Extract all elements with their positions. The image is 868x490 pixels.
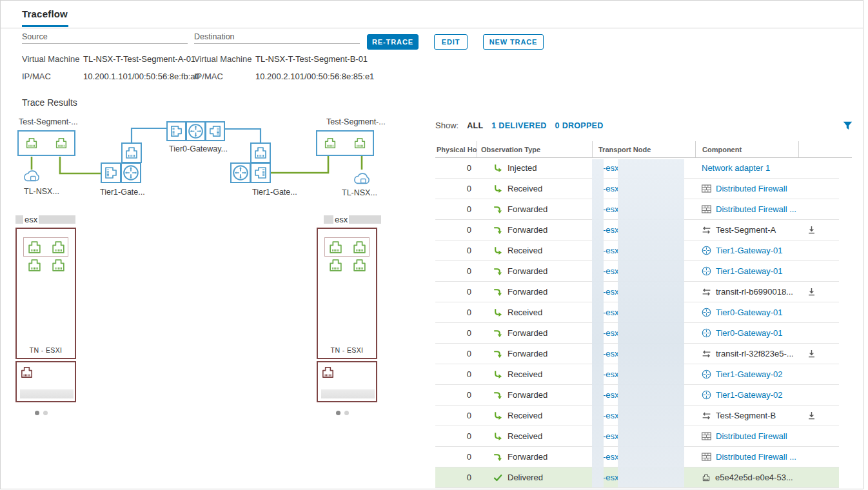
observation-type-label: Received bbox=[508, 308, 542, 317]
redacted-text bbox=[321, 389, 375, 398]
tier1-b-uplink-port-node[interactable] bbox=[250, 142, 271, 163]
host-a-carousel-dots bbox=[35, 411, 48, 415]
vm-a-cloud-icon[interactable] bbox=[22, 168, 41, 186]
host-b-sub-node[interactable] bbox=[317, 361, 377, 402]
observation-type-label: Forwarded bbox=[508, 328, 547, 338]
traceflow-panel: Traceflow Source Virtual Machine TL-NSX-… bbox=[0, 0, 863, 489]
component-link[interactable]: Distributed Firewall ... bbox=[716, 204, 796, 214]
download-icon[interactable] bbox=[807, 411, 816, 420]
port-icon bbox=[351, 257, 368, 273]
port-icon bbox=[19, 365, 34, 380]
tier1-a-port-node[interactable] bbox=[101, 162, 121, 183]
port-icon bbox=[353, 136, 367, 150]
component-link[interactable]: Tier0-Gateway-01 bbox=[716, 328, 783, 338]
hop-count: 0 bbox=[435, 452, 477, 462]
component-link[interactable]: Distributed Firewall bbox=[716, 431, 787, 441]
firewall-icon bbox=[702, 432, 711, 440]
edit-button[interactable]: EDIT bbox=[434, 34, 468, 50]
component-link[interactable]: Distributed Firewall ... bbox=[716, 452, 796, 462]
port-icon bbox=[351, 239, 368, 255]
gateway-icon bbox=[702, 369, 711, 379]
port-icon bbox=[323, 136, 337, 150]
vm-b-cloud-icon[interactable] bbox=[352, 171, 371, 189]
carousel-dot[interactable] bbox=[344, 411, 349, 415]
tier1-b-router-node[interactable] bbox=[230, 162, 251, 183]
component-cell: Distributed Firewall ... bbox=[695, 204, 798, 214]
component-link[interactable]: Network adapter 1 bbox=[702, 163, 770, 173]
component-link[interactable]: Tier1-Gateway-01 bbox=[716, 246, 783, 255]
redacted-text bbox=[324, 215, 333, 224]
hop-count: 0 bbox=[435, 390, 477, 400]
column-header-physical-hop-c[interactable]: Physical Hop C bbox=[435, 141, 477, 157]
re-trace-button[interactable]: RE-TRACE bbox=[367, 34, 419, 50]
gateway-icon bbox=[702, 246, 711, 255]
filter-0-dropped[interactable]: 0 DROPPED bbox=[555, 121, 604, 130]
host-b-caption: TN - ESXI bbox=[318, 346, 376, 354]
component-link[interactable]: Tier1-Gateway-02 bbox=[716, 390, 783, 400]
tier0-router-node[interactable] bbox=[186, 121, 206, 141]
tier0-label: Tier0-Gateway... bbox=[169, 144, 228, 153]
observation-type-cell: Received bbox=[477, 369, 592, 379]
tier1-a-router-node[interactable] bbox=[121, 162, 141, 183]
new-trace-button[interactable]: NEW TRACE bbox=[483, 34, 544, 50]
vm-a-label: TL-NSX... bbox=[24, 187, 59, 196]
column-header-component[interactable]: Component bbox=[695, 141, 798, 157]
hop-count: 0 bbox=[435, 411, 477, 420]
filter-1-delivered[interactable]: 1 DELIVERED bbox=[491, 121, 546, 130]
component-link[interactable]: Tier1-Gateway-01 bbox=[716, 266, 783, 276]
download-icon[interactable] bbox=[807, 349, 816, 358]
row-actions-cell bbox=[798, 288, 839, 296]
redacted-column-band bbox=[592, 159, 604, 487]
forwarded-arrow-icon bbox=[493, 453, 502, 462]
port-icon bbox=[321, 365, 335, 380]
observation-type-label: Forwarded bbox=[508, 204, 547, 214]
host-b-node[interactable]: TN - ESXI bbox=[317, 228, 377, 359]
observation-type-label: Forwarded bbox=[508, 349, 547, 358]
carousel-dot[interactable] bbox=[35, 411, 39, 415]
carousel-dot[interactable] bbox=[336, 411, 340, 415]
tier0-port-right-node[interactable] bbox=[205, 121, 225, 141]
component-link[interactable]: Tier1-Gateway-02 bbox=[716, 369, 783, 379]
switch-icon bbox=[702, 288, 711, 296]
component-cell: Test-Segment-A bbox=[695, 225, 798, 235]
observation-type-label: Received bbox=[508, 184, 542, 193]
component-link[interactable]: Distributed Firewall bbox=[716, 184, 787, 193]
page-title: Traceflow bbox=[22, 8, 68, 19]
observation-type-cell: Forwarded bbox=[477, 225, 592, 235]
host-a-sub-node[interactable] bbox=[15, 361, 76, 402]
tier1-b-port-node[interactable] bbox=[250, 162, 271, 183]
destination-section-label: Destination bbox=[194, 32, 235, 41]
host-a-name: esx bbox=[15, 215, 75, 224]
segment-b-node[interactable] bbox=[316, 130, 374, 156]
column-header-observation-type[interactable]: Observation Type bbox=[477, 141, 592, 157]
destination-ipmac-label: IP/MAC bbox=[194, 72, 223, 81]
column-header-transport-node[interactable]: Transport Node bbox=[592, 141, 695, 157]
observation-type-cell: Received bbox=[477, 431, 592, 441]
host-a-name-text: esx bbox=[25, 215, 37, 224]
carousel-dot[interactable] bbox=[43, 411, 48, 415]
component-cell: Tier1-Gateway-01 bbox=[695, 246, 798, 255]
hop-count: 0 bbox=[435, 246, 477, 255]
component-cell: transit-rl-b6990018... bbox=[695, 287, 798, 297]
hop-count: 0 bbox=[435, 225, 477, 235]
download-icon[interactable] bbox=[807, 226, 816, 234]
filter-all[interactable]: ALL bbox=[467, 121, 483, 130]
port-icon bbox=[169, 124, 184, 139]
hop-count: 0 bbox=[435, 266, 477, 276]
observation-type-cell: Forwarded bbox=[477, 287, 592, 297]
tier1-a-uplink-port-node[interactable] bbox=[121, 142, 142, 163]
download-icon[interactable] bbox=[807, 288, 816, 296]
source-ipmac-label: IP/MAC bbox=[22, 72, 51, 81]
port-icon bbox=[25, 136, 39, 150]
hop-count: 0 bbox=[435, 308, 477, 317]
gateway-icon bbox=[702, 390, 711, 400]
observation-type-cell: Forwarded bbox=[477, 328, 592, 338]
observation-type-label: Forwarded bbox=[508, 287, 547, 297]
tier0-port-left-node[interactable] bbox=[166, 121, 186, 141]
forwarded-arrow-icon bbox=[493, 391, 502, 400]
segment-a-node[interactable] bbox=[17, 130, 75, 156]
host-a-node[interactable]: TN - ESXI bbox=[15, 228, 76, 359]
filter-icon[interactable] bbox=[843, 121, 853, 133]
observation-type-label: Received bbox=[508, 411, 542, 420]
component-link[interactable]: Tier0-Gateway-01 bbox=[716, 308, 783, 317]
